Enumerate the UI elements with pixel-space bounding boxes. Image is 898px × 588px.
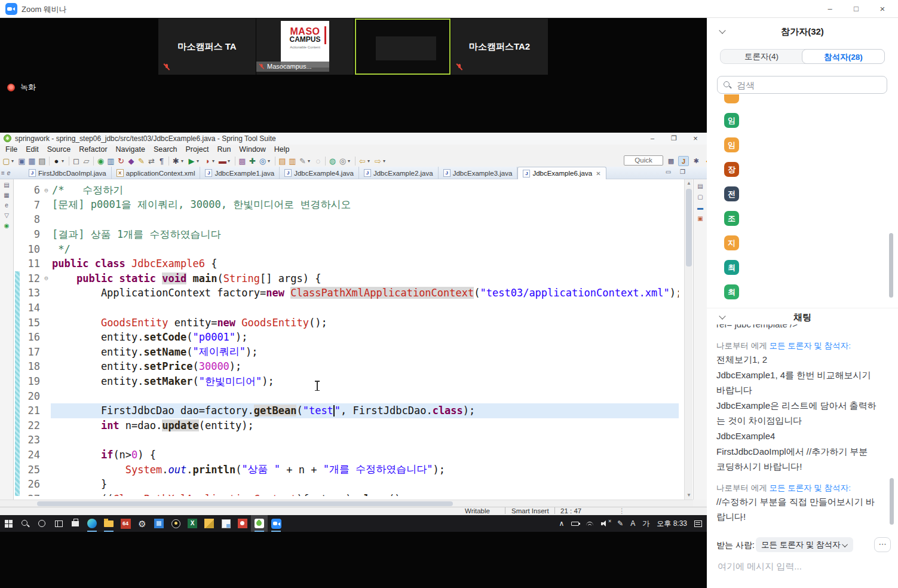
start-taskbar-button[interactable] — [0, 515, 17, 532]
editor-tab-firstjdbcdaoimpl.java[interactable]: JFirstJdbcDaoImpl.java — [24, 167, 112, 179]
back-history-icon[interactable]: ⇦ — [357, 155, 367, 167]
code-line[interactable]: 25 System.out.println("상품 " + n + "개를 수정… — [20, 462, 679, 477]
chat-more-button[interactable]: ⋯ — [874, 537, 891, 552]
palette-icon[interactable]: ◆ — [126, 155, 136, 167]
menu-project[interactable]: Project — [182, 145, 213, 155]
battery-icon[interactable] — [571, 522, 579, 526]
debug-icon[interactable]: ✱ — [171, 155, 181, 167]
video-tile-active-speaker[interactable] — [355, 19, 450, 75]
coverage-icon[interactable]: ▬ — [217, 155, 228, 167]
code-editor[interactable]: 6⊖/* 수정하기7[문제] p0001을 제이쿼리, 30000, 한빛미디어… — [14, 183, 679, 496]
fold-marker[interactable]: ⊖ — [42, 186, 51, 194]
scroll-up-arrow[interactable]: ▲ — [685, 179, 693, 188]
participants-scroll-thumb[interactable] — [889, 233, 893, 298]
menu-run[interactable]: Run — [213, 145, 235, 155]
open-perspective-icon[interactable]: ▩ — [666, 156, 676, 166]
boot-dashboard-icon[interactable]: ▥ — [106, 155, 116, 167]
forward-history-icon[interactable]: ⇨ — [373, 155, 383, 167]
horizontal-scroll-thumb[interactable] — [37, 501, 453, 506]
video-app-taskbar-button[interactable] — [151, 515, 167, 532]
eclipse-maximize-button[interactable]: ❐ — [664, 133, 684, 144]
menu-search[interactable]: Search — [149, 145, 182, 155]
code-line[interactable]: 27 ((ClassPathXmlApplicationContext)fact… — [20, 491, 679, 496]
video-tile-ta2[interactable]: 마소캠퍼스TA2 — [451, 19, 548, 75]
print-icon[interactable]: ▤ — [37, 155, 47, 167]
editor-tab-jdbcexample6.java[interactable]: JJdbcExample6.java✕ — [517, 167, 606, 179]
participant-avatar[interactable]: 전 — [724, 186, 739, 201]
open-type-icon[interactable]: ◎ — [258, 155, 268, 167]
java-perspective-icon[interactable]: J — [678, 156, 689, 166]
code-line[interactable]: 9[결과] 상품 1개를 수정하였습니다 — [20, 227, 679, 242]
menu-navigate[interactable]: Navigate — [112, 145, 149, 155]
restore-left-panel-icon[interactable]: ▤ — [4, 182, 9, 188]
show-whitespace-icon[interactable]: ¶ — [157, 155, 167, 167]
tab-panelists[interactable]: 토론자(4) — [721, 50, 802, 63]
chat-recipient-link[interactable]: 모든 토론자 및 참석자: — [770, 483, 851, 492]
window-close-button[interactable]: × — [869, 0, 896, 18]
tab-close-icon[interactable]: ✕ — [596, 170, 600, 177]
spring-explorer-icon[interactable]: ◉ — [4, 222, 10, 229]
notes-app-taskbar-button[interactable] — [217, 515, 234, 532]
minimized-editor-icon[interactable]: e — [7, 170, 11, 176]
participant-avatar[interactable]: 장 — [724, 162, 739, 177]
windows-ink-icon[interactable]: ✎ — [617, 519, 623, 528]
design-app-taskbar-button[interactable] — [234, 515, 251, 532]
clock[interactable]: 오후 8:33 — [657, 519, 687, 529]
code-line[interactable]: 16 entity.setCode("p0001"); — [20, 330, 679, 345]
menu-source[interactable]: Source — [43, 145, 75, 155]
refresh-icon[interactable]: ↻ — [116, 155, 126, 167]
dropdown-caret-icon[interactable]: ▾ — [367, 155, 373, 167]
external-browser-icon[interactable]: ◍ — [327, 155, 338, 167]
editor-tab-jdbcexample1.java[interactable]: JJdbcExample1.java — [200, 167, 280, 179]
tab-attendees[interactable]: 참석자(28) — [802, 49, 885, 64]
search-taskbar-button[interactable] — [17, 515, 33, 532]
run-icon[interactable]: ▶ — [186, 155, 197, 167]
code-line[interactable]: 10 */ — [20, 241, 679, 256]
code-line[interactable]: 18 entity.setPrice(30000); — [20, 359, 679, 374]
vertical-scroll-thumb[interactable] — [686, 189, 692, 267]
dropdown-caret-icon[interactable]: ▾ — [308, 155, 313, 167]
task-list-view-icon[interactable]: ▣ — [697, 215, 703, 222]
restore-right-panel-icon[interactable]: ▤ — [697, 183, 703, 189]
code-line[interactable]: 23 — [20, 433, 679, 448]
menu-refactor[interactable]: Refactor — [75, 145, 111, 155]
code-line[interactable]: 14 — [20, 301, 679, 316]
console-icon[interactable]: ▤ — [277, 155, 287, 167]
editor-minimize-maximize-icons[interactable]: ▭ ❐ — [666, 169, 689, 175]
mark-occurrences-icon[interactable]: ✎ — [136, 155, 146, 167]
spring-start-icon[interactable]: ◉ — [96, 155, 106, 167]
save-all-icon[interactable]: ▦ — [27, 155, 37, 167]
code-line[interactable]: 8 — [20, 212, 679, 227]
code-line[interactable]: 19 entity.setMaker("한빛미디어"); — [20, 374, 679, 389]
cortana-taskbar-button[interactable] — [33, 515, 50, 532]
annotations-icon[interactable]: ◌ — [313, 155, 323, 167]
quick-access-button[interactable]: Quick Access — [624, 155, 663, 166]
editor-tab-applicationcontext.xml[interactable]: XapplicationContext.xml — [112, 167, 201, 179]
code-line[interactable]: 24 if(n>0) { — [20, 448, 679, 463]
settings-taskbar-button[interactable]: ⚙ — [134, 515, 151, 532]
code-line[interactable]: 13 ApplicationContext factory=new ClassP… — [20, 286, 679, 301]
package-explorer-icon[interactable]: ▦ — [4, 192, 9, 198]
search-input[interactable] — [735, 78, 882, 92]
eclipse-close-button[interactable]: × — [685, 133, 706, 144]
outline-view-icon[interactable]: ▢ — [697, 194, 703, 200]
code-line[interactable]: 26 } — [20, 477, 679, 492]
volume-muted-icon[interactable]: × — [601, 520, 610, 527]
file-explorer-taskbar-button[interactable] — [100, 515, 117, 532]
code-line[interactable]: 15 GoodsEntity entity=new GoodsEntity(); — [20, 315, 679, 330]
participant-avatar[interactable]: 최 — [724, 260, 739, 275]
participant-avatar[interactable]: 지 — [724, 235, 739, 250]
debug-perspective-icon[interactable]: ✱ — [691, 156, 701, 166]
chat-scroll-thumb[interactable] — [890, 478, 894, 525]
clipboard-icon[interactable]: ▱ — [81, 155, 91, 167]
code-line[interactable]: 12⊖ public static void main(String[] arg… — [20, 271, 679, 286]
save-icon[interactable]: ▣ — [17, 155, 27, 167]
menu-file[interactable]: File — [1, 145, 22, 155]
participant-avatar[interactable]: 최 — [724, 284, 739, 299]
finance-app-taskbar-button[interactable] — [201, 515, 217, 532]
excel-taskbar-button[interactable]: X — [184, 515, 201, 532]
dropdown-caret-icon[interactable]: ▾ — [228, 155, 233, 167]
ant-build-icon[interactable]: ✚ — [247, 155, 258, 167]
action-center-icon[interactable] — [694, 520, 702, 527]
participant-avatar[interactable]: 조 — [724, 211, 739, 226]
